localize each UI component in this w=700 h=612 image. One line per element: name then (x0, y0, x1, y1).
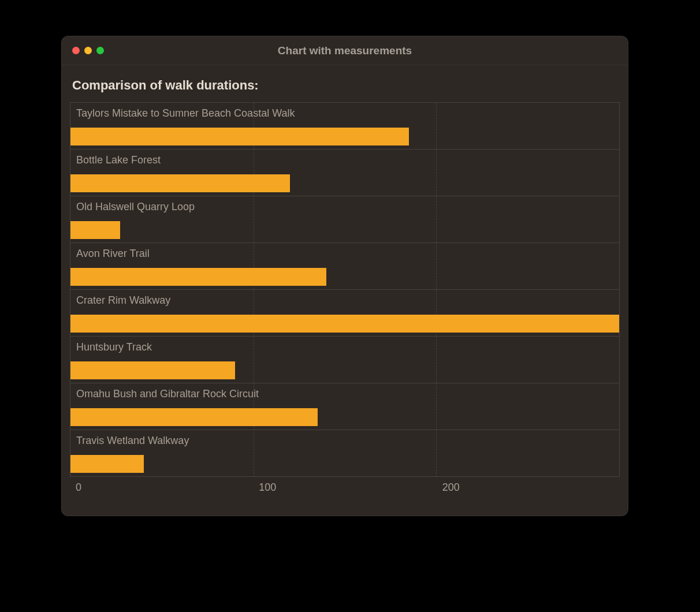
chart-row: Travis Wetland Walkway (70, 430, 619, 477)
bar (70, 128, 409, 145)
bar (70, 361, 235, 379)
bar (70, 315, 619, 333)
bar (70, 268, 326, 286)
chart-row: Taylors Mistake to Sumner Beach Coastal … (70, 103, 619, 150)
bar (70, 221, 120, 239)
chart-row: Avon River Trail (70, 243, 619, 290)
chart-row: Bottle Lake Forest (70, 150, 619, 196)
chart-row: Crater Rim Walkway (70, 290, 619, 337)
bar-label: Old Halswell Quarry Loop (76, 201, 195, 213)
bar (70, 408, 318, 426)
content-area: Comparison of walk durations: Taylors Mi… (62, 65, 628, 516)
bar-label: Bottle Lake Forest (76, 154, 161, 166)
fullscreen-button[interactable] (96, 47, 104, 54)
close-button[interactable] (72, 47, 80, 54)
chart-heading: Comparison of walk durations: (70, 78, 620, 93)
bar-label: Crater Rim Walkway (76, 294, 170, 307)
x-tick-label: 100 (259, 482, 276, 494)
x-axis: 0100200 (70, 477, 620, 500)
minimize-button[interactable] (84, 47, 92, 54)
bar-label: Travis Wetland Walkway (76, 435, 189, 447)
chart-row: Huntsbury Track (70, 337, 619, 383)
traffic-lights (72, 47, 104, 54)
window-title: Chart with measurements (62, 44, 628, 57)
x-tick-label: 200 (442, 482, 460, 494)
app-window: Chart with measurements Comparison of wa… (61, 36, 628, 516)
titlebar: Chart with measurements (62, 36, 628, 65)
bar-label: Huntsbury Track (76, 341, 152, 353)
x-tick-label: 0 (76, 482, 81, 494)
bar (70, 174, 290, 192)
bar-label: Avon River Trail (76, 248, 150, 260)
bar-label: Omahu Bush and Gibraltar Rock Circuit (76, 388, 259, 400)
bar-chart: Taylors Mistake to Sumner Beach Coastal … (70, 102, 620, 477)
bar (70, 455, 144, 473)
chart-row: Omahu Bush and Gibraltar Rock Circuit (70, 383, 619, 430)
chart-row: Old Halswell Quarry Loop (70, 196, 619, 243)
bar-label: Taylors Mistake to Sumner Beach Coastal … (76, 107, 295, 120)
